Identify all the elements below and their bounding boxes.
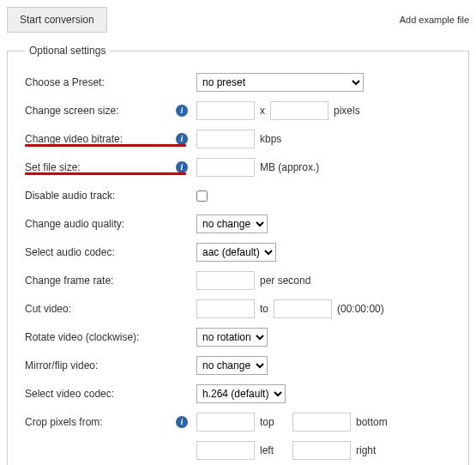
disable-audio-checkbox[interactable] (196, 190, 208, 202)
crop-right-input[interactable] (292, 441, 351, 460)
file-size-input[interactable] (196, 158, 255, 177)
mirror-select[interactable]: no change (196, 356, 268, 375)
row-video-codec: Select video codec: h.264 (default) (25, 381, 455, 407)
start-conversion-button[interactable]: Start conversion (7, 7, 107, 33)
label-crop: Crop pixels from: (25, 416, 103, 428)
optional-settings-fieldset: Optional settings Choose a Preset: no pr… (7, 45, 469, 465)
label-video-bitrate: Change video bitrate: (25, 133, 123, 145)
row-video-bitrate: Change video bitrate: i kbps (25, 126, 455, 152)
fieldset-legend: Optional settings (25, 45, 110, 57)
crop-left-label: left (260, 444, 287, 456)
frame-rate-unit: per second (260, 275, 310, 287)
row-screen-size: Change screen size: i x pixels (25, 98, 455, 124)
cut-hint: (00:00:00) (337, 303, 384, 315)
cut-from-input[interactable] (196, 299, 255, 318)
row-frame-rate: Change frame rate: per second (25, 268, 455, 293)
label-audio-codec: Select audio codec: (25, 246, 115, 258)
add-example-file-link[interactable]: Add example file (400, 15, 469, 25)
row-file-size: Set file size: i MB (approx.) (25, 154, 455, 180)
info-icon[interactable]: i (176, 416, 188, 428)
crop-left-input[interactable] (196, 441, 255, 460)
screen-size-unit: pixels (334, 105, 360, 117)
crop-bottom-input[interactable] (292, 413, 351, 432)
crop-top-label: top (260, 416, 287, 428)
row-crop-bottom: left right (25, 438, 455, 463)
info-icon[interactable]: i (176, 105, 188, 117)
screen-width-input[interactable] (196, 101, 255, 120)
row-audio-quality: Change audio quality: no change (25, 211, 455, 237)
label-frame-rate: Change frame rate: (25, 275, 113, 287)
video-bitrate-input[interactable] (196, 130, 255, 148)
label-cut-video: Cut video: (25, 303, 71, 315)
video-bitrate-unit: kbps (260, 133, 281, 145)
label-video-codec: Select video codec: (25, 388, 114, 400)
crop-right-label: right (356, 444, 376, 456)
video-codec-select[interactable]: h.264 (default) (196, 384, 286, 403)
crop-top-input[interactable] (196, 413, 255, 432)
screen-height-input[interactable] (270, 101, 328, 120)
label-mirror: Mirror/flip video: (25, 359, 98, 371)
cut-to-input[interactable] (274, 299, 332, 318)
row-preset: Choose a Preset: no preset (25, 69, 455, 95)
preset-select[interactable]: no preset (196, 73, 364, 92)
row-disable-audio: Disable audio track: (25, 183, 455, 208)
frame-rate-input[interactable] (196, 271, 255, 290)
label-file-size: Set file size: (25, 161, 81, 173)
crop-bottom-label: bottom (356, 416, 388, 428)
info-icon[interactable]: i (176, 161, 188, 173)
audio-quality-select[interactable]: no change (196, 214, 268, 233)
file-size-unit: MB (approx.) (260, 161, 319, 173)
rotate-select[interactable]: no rotation (196, 328, 268, 347)
info-icon[interactable]: i (176, 133, 188, 145)
row-cut-video: Cut video: to (00:00:00) (25, 296, 455, 322)
label-preset: Choose a Preset: (25, 76, 105, 88)
label-disable-audio: Disable audio track: (25, 190, 115, 202)
label-audio-quality: Change audio quality: (25, 218, 124, 230)
screen-size-x: x (260, 105, 265, 117)
audio-codec-select[interactable]: aac (default) (196, 243, 276, 262)
row-rotate: Rotate video (clockwise): no rotation (25, 324, 455, 350)
row-crop-top: Crop pixels from: i top bottom (25, 409, 455, 435)
cut-sep: to (260, 303, 268, 315)
label-screen-size: Change screen size: (25, 105, 118, 117)
row-audio-codec: Select audio codec: aac (default) (25, 239, 455, 265)
label-rotate: Rotate video (clockwise): (25, 331, 139, 343)
row-mirror: Mirror/flip video: no change (25, 353, 455, 378)
